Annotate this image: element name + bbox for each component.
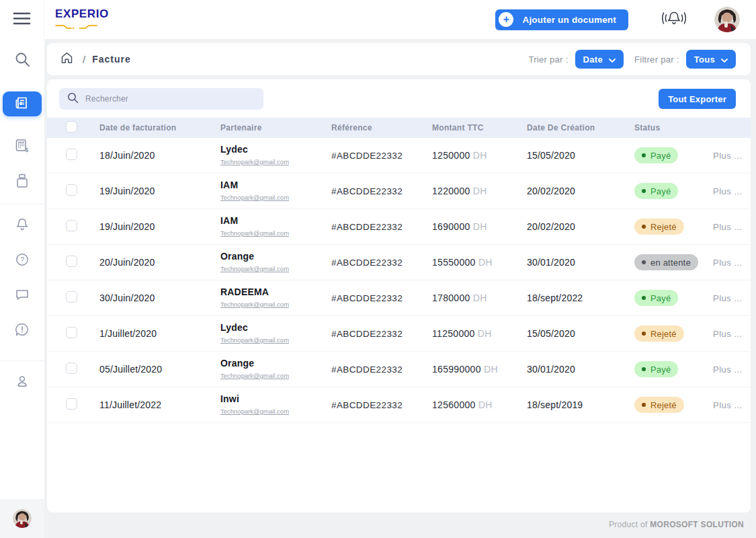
invoice-date: 30/Juin/2020 bbox=[99, 293, 220, 303]
add-document-button[interactable]: + Ajouter un document bbox=[495, 9, 628, 30]
row-checkbox[interactable] bbox=[66, 184, 77, 196]
status-label: Rejeté bbox=[650, 329, 677, 339]
sidebar-item-messages[interactable] bbox=[0, 281, 44, 308]
status-label: Payé bbox=[650, 186, 671, 196]
user-avatar[interactable] bbox=[714, 7, 740, 32]
chat-icon bbox=[15, 287, 30, 302]
search-input[interactable] bbox=[85, 94, 255, 104]
row-more-button[interactable]: Plus ... bbox=[713, 186, 751, 196]
sidebar-item-pos[interactable] bbox=[0, 167, 44, 194]
table-row: 30/Juin/2020 RADEEMA Technopark@gmail.co… bbox=[47, 280, 751, 316]
partner-name: Lydec bbox=[220, 322, 331, 333]
sidebar-item-help[interactable]: ? bbox=[0, 246, 44, 273]
logo-underline-icon bbox=[55, 21, 109, 32]
status-badge: Payé bbox=[634, 183, 678, 199]
partner-email[interactable]: Technopark@gmail.com bbox=[220, 265, 289, 272]
alert-icon bbox=[15, 322, 30, 337]
row-checkbox[interactable] bbox=[66, 149, 77, 160]
partner-name: Inwi bbox=[220, 393, 331, 404]
row-more-button[interactable]: Plus ... bbox=[713, 222, 751, 232]
row-checkbox[interactable] bbox=[66, 398, 77, 410]
status-label: Rejeté bbox=[650, 400, 677, 410]
partner-name: Orange bbox=[220, 358, 331, 369]
search-box[interactable] bbox=[59, 88, 263, 110]
partner-email[interactable]: Technopark@gmail.com bbox=[220, 408, 289, 415]
table-body: 18/Juin/2020 Lydec Technopark@gmail.com … bbox=[47, 138, 751, 423]
column-header-date: Date de facturation bbox=[99, 123, 220, 132]
creation-date: 15/05/2020 bbox=[527, 328, 634, 339]
sidebar-item-notifications[interactable] bbox=[0, 211, 44, 238]
home-icon[interactable] bbox=[60, 52, 73, 67]
invoice-date: 1/Juillet/2020 bbox=[99, 328, 220, 339]
invoice-reference: #ABCDDE22332 bbox=[331, 364, 432, 375]
status-badge: Rejeté bbox=[634, 219, 684, 235]
table-row: 20/Juin/2020 Orange Technopark@gmail.com… bbox=[47, 245, 751, 280]
status-badge: Rejeté bbox=[634, 325, 684, 342]
column-header-amount: Montant TTC bbox=[432, 123, 527, 132]
row-checkbox[interactable] bbox=[66, 291, 77, 303]
experio-logo: EXPERIO bbox=[55, 8, 109, 32]
invoice-date: 11/Juillet/2022 bbox=[99, 399, 220, 410]
row-more-button[interactable]: Plus ... bbox=[713, 329, 751, 339]
sidebar-item-invoices[interactable] bbox=[3, 91, 42, 116]
sidebar-divider bbox=[0, 204, 44, 204]
partner-email[interactable]: Technopark@gmail.com bbox=[220, 229, 289, 237]
creation-date: 30/01/2020 bbox=[527, 257, 634, 268]
search-icon bbox=[67, 92, 79, 106]
row-more-button[interactable]: Plus ... bbox=[713, 400, 751, 410]
status-dot-icon bbox=[642, 296, 646, 300]
chevron-down-icon bbox=[609, 54, 616, 65]
row-more-button[interactable]: Plus ... bbox=[713, 364, 751, 375]
hamburger-menu-button[interactable] bbox=[0, 0, 44, 39]
currency-label: DH bbox=[473, 150, 487, 161]
user-avatar[interactable] bbox=[13, 509, 32, 528]
row-checkbox[interactable] bbox=[66, 220, 77, 231]
status-label: Payé bbox=[650, 151, 671, 161]
partner-email[interactable]: Technopark@gmail.com bbox=[220, 158, 289, 165]
notifications-button[interactable] bbox=[661, 9, 687, 30]
partner-email[interactable]: Technopark@gmail.com bbox=[220, 301, 289, 308]
partner-email[interactable]: Technopark@gmail.com bbox=[220, 336, 289, 344]
sidebar-item-search[interactable] bbox=[0, 46, 44, 73]
select-all-checkbox[interactable] bbox=[66, 121, 77, 132]
currency-label: DH bbox=[478, 399, 493, 410]
sidebar-item-accounting[interactable]: $ bbox=[0, 132, 44, 159]
amount-value: 1250000 bbox=[432, 150, 470, 161]
amount-value: 1780000 bbox=[432, 293, 470, 303]
calculator-dollar-icon: $ bbox=[14, 138, 30, 154]
status-dot-icon bbox=[642, 260, 646, 264]
column-header-partner: Partenaire bbox=[220, 123, 331, 132]
amount-value: 11250000 bbox=[432, 328, 475, 339]
status-label: en attente bbox=[650, 258, 691, 268]
partner-email[interactable]: Technopark@gmail.com bbox=[220, 194, 289, 201]
table-row: 11/Juillet/2022 Inwi Technopark@gmail.co… bbox=[47, 387, 751, 423]
row-checkbox[interactable] bbox=[66, 256, 77, 267]
row-more-button[interactable]: Plus ... bbox=[713, 151, 751, 161]
partner-name: IAM bbox=[220, 180, 331, 190]
sidebar-item-alerts[interactable] bbox=[0, 316, 44, 343]
row-checkbox[interactable] bbox=[66, 327, 77, 338]
status-badge: Payé bbox=[634, 361, 678, 377]
breadcrumb-separator: / bbox=[83, 54, 85, 65]
sort-dropdown[interactable]: Date bbox=[575, 50, 624, 69]
filter-by-label: Filtrer par : bbox=[634, 54, 679, 65]
invoice-list-card: Tout Exporter Date de facturation Parten… bbox=[47, 79, 751, 512]
status-label: Rejeté bbox=[650, 222, 677, 232]
creation-date: 18/sept/2019 bbox=[527, 399, 634, 410]
row-checkbox[interactable] bbox=[66, 362, 77, 374]
sidebar-item-profile[interactable] bbox=[0, 368, 44, 395]
creation-date: 20/02/2020 bbox=[527, 221, 634, 232]
amount-value: 165990000 bbox=[432, 364, 481, 375]
footer-credit: Product of MOROSOFT SOLUTION bbox=[609, 520, 744, 529]
status-dot-icon bbox=[642, 153, 646, 157]
export-all-button[interactable]: Tout Exporter bbox=[659, 89, 736, 109]
row-more-button[interactable]: Plus ... bbox=[713, 293, 751, 303]
table-row: 1/Juillet/2020 Lydec Technopark@gmail.co… bbox=[47, 316, 751, 352]
row-more-button[interactable]: Plus ... bbox=[713, 258, 751, 268]
chevron-down-icon bbox=[721, 54, 728, 65]
add-document-label: Ajouter un document bbox=[522, 15, 616, 25]
sidebar: $ ? bbox=[0, 39, 44, 499]
invoice-reference: #ABCDDE22332 bbox=[331, 400, 432, 410]
partner-email[interactable]: Technopark@gmail.com bbox=[220, 372, 289, 379]
filter-dropdown[interactable]: Tous bbox=[686, 50, 736, 69]
